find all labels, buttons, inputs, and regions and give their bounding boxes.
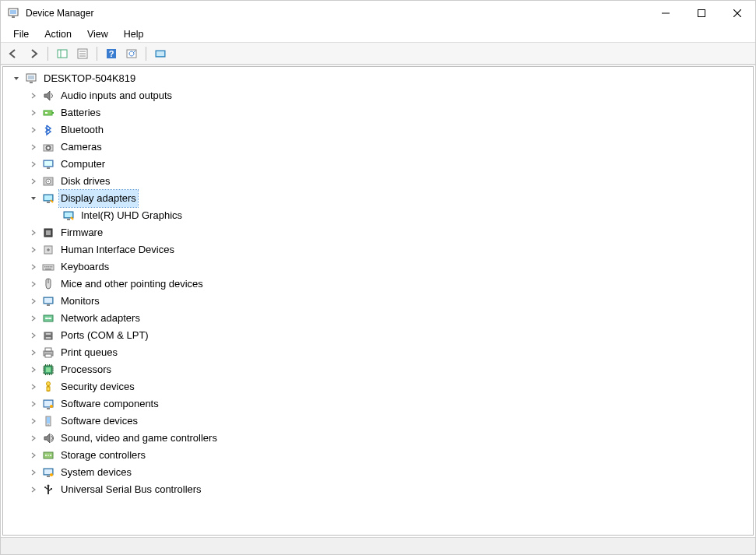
tree-category-label[interactable]: Software devices — [59, 413, 139, 430]
chevron-right-icon[interactable] — [28, 347, 39, 358]
show-hide-console-button[interactable] — [53, 45, 72, 62]
chevron-down-icon[interactable] — [11, 73, 22, 84]
chevron-right-icon[interactable] — [28, 364, 39, 375]
chevron-right-icon[interactable] — [28, 107, 39, 118]
tree-device-label[interactable]: Intel(R) UHD Graphics — [79, 207, 184, 224]
tree-category[interactable]: Software devices — [6, 413, 753, 430]
tree-category[interactable]: Keyboards — [6, 258, 753, 276]
help-button[interactable]: ? — [102, 45, 121, 62]
tree-category[interactable]: System devices — [6, 464, 753, 481]
tree-root-label[interactable]: DESKTOP-504K819 — [42, 70, 137, 87]
tree-category[interactable]: Monitors — [6, 293, 753, 310]
chevron-right-icon[interactable] — [28, 159, 39, 170]
tree-category-label[interactable]: Mice and other pointing devices — [59, 276, 205, 293]
tree-category[interactable]: Security devices — [6, 378, 753, 395]
tree-category[interactable]: Disk drives — [6, 173, 753, 190]
menu-help[interactable]: Help — [116, 27, 152, 41]
tree-category-label[interactable]: Batteries — [59, 104, 102, 121]
svg-rect-79 — [51, 374, 52, 375]
tree-category-label[interactable]: Human Interface Devices — [59, 241, 176, 258]
tree-category-label[interactable]: System devices — [59, 464, 133, 481]
chevron-right-icon[interactable] — [28, 279, 39, 290]
back-button[interactable] — [4, 45, 23, 62]
tree-category-label[interactable]: Display adapters — [59, 190, 138, 207]
network-icon — [42, 312, 55, 325]
close-button[interactable] — [719, 1, 755, 26]
chevron-right-icon[interactable] — [28, 433, 39, 444]
chevron-right-icon[interactable] — [28, 381, 39, 392]
chevron-right-icon[interactable] — [28, 244, 39, 255]
tree-category-label[interactable]: Network adapters — [59, 310, 142, 327]
tree-category[interactable]: Network adapters — [6, 310, 753, 327]
tree-category[interactable]: Processors — [6, 361, 753, 378]
tree-category-label[interactable]: Ports (COM & LPT) — [59, 327, 150, 344]
tree-device[interactable]: Intel(R) UHD Graphics — [6, 207, 753, 224]
scan-hardware-button[interactable] — [122, 45, 141, 62]
tree-category-label[interactable]: Software components — [59, 395, 160, 413]
chevron-right-icon[interactable] — [28, 125, 39, 135]
device-tree[interactable]: DESKTOP-504K819 Audio inputs and outputs… — [2, 66, 754, 536]
svg-rect-94 — [47, 476, 50, 477]
tree-category[interactable]: Audio inputs and outputs — [6, 87, 753, 104]
chevron-right-icon[interactable] — [28, 467, 39, 478]
chevron-right-icon[interactable] — [28, 227, 39, 238]
tree-category[interactable]: Cameras — [6, 139, 753, 156]
forward-button[interactable] — [24, 45, 43, 62]
tree-category[interactable]: Bluetooth — [6, 121, 753, 139]
svg-rect-72 — [43, 371, 44, 371]
tree-category-label[interactable]: Bluetooth — [59, 121, 105, 139]
tree-category[interactable]: Software components — [6, 395, 753, 413]
chevron-right-icon[interactable] — [28, 313, 39, 324]
tree-category-label[interactable]: Universal Serial Bus controllers — [59, 481, 203, 498]
tree-category-label[interactable]: Disk drives — [59, 173, 112, 190]
tree-category-label[interactable]: Monitors — [59, 293, 101, 310]
menu-action[interactable]: Action — [37, 27, 79, 41]
tree-category[interactable]: Human Interface Devices — [6, 241, 753, 258]
svg-rect-2 — [12, 16, 15, 18]
tree-category-label[interactable]: Firmware — [59, 224, 104, 241]
chevron-right-icon[interactable] — [28, 90, 39, 101]
tree-category-label[interactable]: Audio inputs and outputs — [59, 87, 174, 104]
tree-category-label[interactable]: Processors — [59, 361, 113, 378]
tree-category[interactable]: Universal Serial Bus controllers — [6, 481, 753, 498]
chevron-right-icon[interactable] — [28, 176, 39, 187]
tree-category-label[interactable]: Security devices — [59, 378, 136, 395]
tree-category-label[interactable]: Sound, video and game controllers — [59, 430, 219, 447]
menu-view[interactable]: View — [79, 27, 116, 41]
chevron-down-icon[interactable] — [28, 193, 39, 204]
tree-category[interactable]: Sound, video and game controllers — [6, 430, 753, 447]
chevron-right-icon[interactable] — [28, 484, 39, 495]
tree-category-label[interactable]: Cameras — [59, 139, 104, 156]
chevron-right-icon[interactable] — [28, 330, 39, 341]
tree-category[interactable]: Print queues — [6, 344, 753, 361]
update-driver-button[interactable] — [151, 45, 170, 62]
properties-button[interactable] — [73, 45, 92, 62]
tree-category[interactable]: Mice and other pointing devices — [6, 276, 753, 293]
tree-category[interactable]: Batteries — [6, 104, 753, 121]
window-title: Device Manager — [26, 8, 93, 19]
maximize-button[interactable] — [684, 1, 719, 26]
tree-category-label[interactable]: Print queues — [59, 344, 119, 361]
menu-file[interactable]: File — [5, 27, 37, 41]
chevron-right-icon[interactable] — [28, 296, 39, 307]
minimize-button[interactable] — [648, 1, 684, 26]
tree-category-label[interactable]: Computer — [59, 156, 107, 173]
svg-rect-77 — [52, 373, 54, 374]
chevron-right-icon[interactable] — [28, 450, 39, 461]
system-icon — [42, 466, 55, 479]
chevron-right-icon[interactable] — [28, 399, 39, 409]
tree-category[interactable]: Computer — [6, 156, 753, 173]
tree-category-label[interactable]: Storage controllers — [59, 447, 147, 464]
tree-category[interactable]: Ports (COM & LPT) — [6, 327, 753, 344]
chevron-right-icon[interactable] — [28, 416, 39, 427]
tree-category[interactable]: Storage controllers — [6, 447, 753, 464]
svg-rect-71 — [47, 374, 48, 375]
titlebar[interactable]: Device Manager — [1, 1, 755, 26]
tree-category[interactable]: Display adapters — [6, 190, 753, 207]
chevron-right-icon[interactable] — [28, 142, 39, 153]
svg-rect-45 — [47, 266, 49, 268]
chevron-right-icon[interactable] — [28, 262, 39, 272]
tree-category[interactable]: Firmware — [6, 224, 753, 241]
tree-category-label[interactable]: Keyboards — [59, 258, 111, 276]
tree-root[interactable]: DESKTOP-504K819 — [6, 70, 753, 87]
